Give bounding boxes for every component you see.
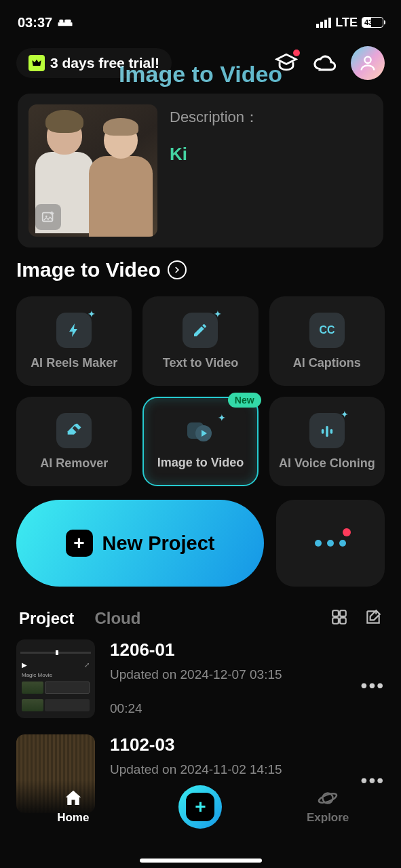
new-project-button[interactable]: + New Project [16,500,264,587]
tool-label: AI Voice Cloning [279,456,375,471]
tool-ai-voice-cloning[interactable]: ✦ AI Voice Cloning [269,397,385,486]
svg-rect-13 [340,610,346,616]
svg-rect-12 [332,610,339,616]
project-name: 1206-01 [110,639,346,660]
svg-rect-15 [340,618,346,624]
home-icon [63,788,83,808]
status-bar: 03:37 LTE 43 [0,0,401,38]
tab-project[interactable]: Project [19,609,74,628]
svg-rect-14 [332,618,339,624]
planet-icon [318,788,338,808]
cc-icon: CC [309,313,345,348]
pencil-icon: ✦ [183,313,218,348]
tab-cloud[interactable]: Cloud [94,609,140,628]
svg-rect-0 [58,22,73,26]
banner-description: Description： Ki [170,104,373,237]
tool-ai-remover[interactable]: AI Remover [16,397,132,486]
featured-banner[interactable]: Description： Ki [18,94,383,248]
more-tools-button[interactable] [276,500,385,587]
fab-create[interactable]: + [178,785,222,829]
project-updated: Updated on 2024-12-07 03:15 [110,667,346,682]
eraser-icon [56,413,92,448]
new-badge: New [228,393,261,408]
description-value: Ki [170,144,373,165]
network-label: LTE [335,16,358,30]
project-tabs: Project Cloud [0,587,401,635]
signal-icon [316,18,331,28]
tool-label: AI Remover [40,456,108,471]
svg-text:CC: CC [319,324,335,336]
status-time: 03:37 [18,15,52,31]
tool-image-to-video[interactable]: New ✦ Image to Video [142,397,258,486]
tool-grid: ✦ AI Reels Maker ✦ Text to Video CC AI C… [0,287,401,486]
add-image-icon[interactable] [35,204,61,230]
plus-icon: + [66,530,93,557]
project-meta: 1102-03 Updated on 2024-11-02 14:15 [110,734,346,777]
bottom-nav: Home + Explore [0,780,401,868]
project-more-icon[interactable]: ••• [361,661,385,696]
voice-icon: ✦ [309,413,345,448]
project-name: 1102-03 [110,734,346,755]
project-meta: 1206-01 Updated on 2024-12-07 03:15 00:2… [110,639,346,716]
bolt-icon: ✦ [56,313,92,348]
dots-icon [315,540,346,547]
svg-point-17 [318,792,338,805]
banner-image [28,104,157,237]
button-row: + New Project [0,486,401,587]
project-item[interactable]: ▶⤢ Magic Movie 1206-01 Updated on 2024-1… [16,639,385,718]
gallery-play-icon: ✦ [183,414,218,449]
tool-label: Text to Video [163,356,238,370]
tool-ai-reels-maker[interactable]: ✦ AI Reels Maker [16,296,132,386]
project-updated: Updated on 2024-11-02 14:15 [110,762,346,777]
nav-home[interactable]: Home [33,788,114,825]
nav-explore-label: Explore [307,811,349,825]
svg-rect-2 [64,20,71,22]
nav-explore[interactable]: Explore [287,788,368,825]
new-project-label: New Project [102,532,215,555]
edit-icon[interactable] [364,608,382,629]
grid-view-icon[interactable] [330,608,348,629]
svg-rect-11 [330,429,332,433]
tool-label: AI Captions [293,356,361,370]
project-thumbnail: ▶⤢ Magic Movie [16,639,95,718]
tool-label: AI Reels Maker [31,356,117,370]
battery-icon: 43 [362,17,383,28]
description-label: Description： [170,107,373,127]
notification-dot [293,50,300,56]
project-duration: 00:24 [110,701,346,716]
section-title-text: Image to Video [16,258,161,281]
tool-ai-captions[interactable]: CC AI Captions [269,296,385,386]
chevron-right-icon [168,260,187,279]
notification-dot [343,528,351,536]
home-indicator[interactable] [140,859,262,863]
plus-icon: + [186,793,214,821]
status-left: 03:37 [18,15,73,31]
banner-bg-title: Image to Video [0,61,401,87]
section-title[interactable]: Image to Video [0,248,401,287]
nav-home-label: Home [57,811,89,825]
tool-text-to-video[interactable]: ✦ Text to Video [142,296,258,386]
svg-rect-1 [59,20,63,22]
dnd-icon [58,18,73,27]
svg-rect-9 [322,429,324,433]
svg-rect-10 [326,426,328,437]
status-right: LTE 43 [316,16,383,30]
tool-label: Image to Video [157,456,244,470]
